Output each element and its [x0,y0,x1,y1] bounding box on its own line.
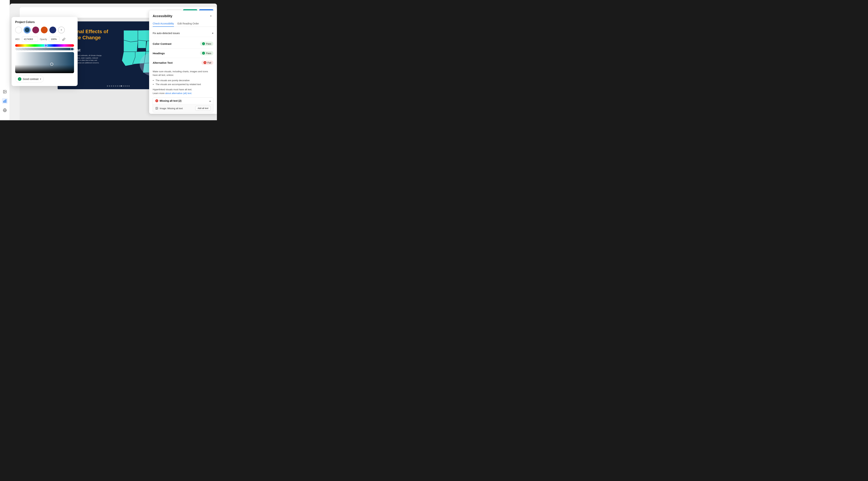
swatch-maroon[interactable] [32,27,39,33]
opacity-slider[interactable] [15,48,74,50]
sidebar-globe-icon[interactable] [2,108,8,113]
accessibility-panel: Accessibility × Check Accessibility Edit… [149,10,217,114]
missing-alt-left: ✕ Missing alt text (2) [155,99,181,102]
auto-detect-chevron-icon: ▾ [212,32,213,35]
svg-rect-2 [3,101,4,102]
color-picker-panel: Project Colors + HEX Opacity [11,17,78,86]
dot-11 [127,86,128,87]
dot-8 [121,86,122,87]
alt-text-badge: ✕ Fail [202,60,213,65]
headings-row: Headings ✓ Pass [153,49,213,58]
dot-2 [109,86,110,87]
color-contrast-badge: ✓ Pass [200,41,213,46]
slide-dots [107,86,130,87]
svg-rect-4 [6,99,6,102]
pass-dot-headings: ✓ [202,52,205,55]
dot-5 [115,86,116,87]
opacity-label: Opacity [40,38,47,40]
image-missing-icon [155,107,158,110]
dot-6 [117,86,118,87]
color-swatches: + [15,27,74,33]
opacity-track-overlay [15,48,74,50]
swatch-navy[interactable] [50,27,56,33]
missing-alt-header[interactable]: ✕ Missing alt text (2) ▴ [153,98,213,104]
opacity-input[interactable] [49,37,60,42]
headings-status: Pass [206,52,211,55]
add-alt-text-button[interactable]: Add alt text [195,106,211,111]
accessibility-header: Accessibility × [149,10,217,19]
missing-alt-section: ✕ Missing alt text (2) ▴ Image: Missing … [153,97,213,113]
dot-1 [107,86,108,87]
missing-alt-label: Missing alt text (2) [160,99,181,102]
alt-text-status: Fail [208,61,211,64]
spectrum-thumb [44,44,48,47]
svg-line-27 [63,40,63,40]
svg-point-29 [156,108,157,108]
learn-more-link[interactable]: about alternative (alt) text. [165,92,192,95]
missing-dot: ✕ [155,99,158,102]
alt-text-description: Make sure visuals, including charts, ima… [153,70,213,77]
alt-text-row: Alternative Text ✕ Fail [153,58,213,67]
swatch-dark-blue[interactable] [24,27,31,33]
pass-dot-color-contrast: ✓ [202,42,205,45]
tab-edit-reading-order[interactable]: Edit Reading Order [178,21,199,27]
hex-input[interactable] [22,37,38,42]
alt-text-bullet-2: The visuals are accompanied by related t… [156,83,213,86]
alt-text-hyperlink-note: Hyperlinked visuals must have alt text. [153,88,213,91]
alt-text-bullet-1: The visuals are purely decorative [156,79,213,83]
swatch-orange[interactable] [41,27,48,33]
missing-alt-chevron-icon: ▴ [210,99,211,102]
color-contrast-row: Color Contrast ✓ Pass [153,39,213,49]
dot-4 [113,86,114,87]
tab-check-accessibility[interactable]: Check Accessibility [153,21,174,27]
alt-text-details: Make sure visuals, including charts, ima… [153,67,213,113]
swatch-white[interactable] [15,27,22,33]
add-color-button[interactable]: + [58,27,65,33]
fail-dot-alt-text: ✕ [204,61,207,64]
contrast-check-icon: ✓ [18,77,22,81]
dot-7 [119,86,120,87]
auto-detect-row[interactable]: Fix auto-detected issues ▾ [153,30,213,37]
dot-9 [123,86,124,87]
opacity-slider-row [15,48,74,50]
spectrum-row [15,44,74,47]
hex-label: HEX [15,38,20,40]
headings-badge: ✓ Pass [200,51,213,55]
sidebar-image-icon[interactable] [2,89,8,95]
contrast-label: Good contrast [23,78,38,81]
accessibility-content: Fix auto-detected issues ▾ Color Contras… [149,30,217,114]
sidebar-chart-icon[interactable] [2,98,8,104]
color-contrast-status: Pass [206,42,211,45]
alt-text-learn-more: Learn more about alternative (alt) text. [153,92,213,95]
svg-marker-9 [124,40,138,52]
left-sidebar [0,0,10,120]
panel-title: Project Colors [15,21,74,24]
contrast-badge[interactable]: ✓ Good contrast ▾ [15,76,44,83]
contrast-chevron-icon: ▾ [40,78,41,80]
svg-rect-3 [4,100,5,102]
spectrum-slider[interactable] [15,44,74,47]
missing-alt-item-label: Image: Missing alt text [160,107,183,110]
color-contrast-label: Color Contrast [153,42,172,45]
dot-3 [111,86,112,87]
opacity-thumb [70,48,74,51]
alt-text-label: Alternative Text [153,61,173,64]
headings-label: Headings [153,52,165,55]
accessibility-title: Accessibility [153,14,172,18]
hex-opacity-row: HEX Opacity [15,37,74,42]
eyedropper-button[interactable] [61,37,66,42]
missing-alt-item-left: Image: Missing alt text [155,107,183,110]
accessibility-close-button[interactable]: × [208,13,213,19]
svg-point-1 [4,91,4,91]
accessibility-tabs: Check Accessibility Edit Reading Order [149,21,217,27]
auto-detect-label: Fix auto-detected issues [153,32,180,35]
dot-12 [129,86,130,87]
alt-text-bullets: The visuals are purely decorative The vi… [153,79,213,86]
missing-alt-item: Image: Missing alt text Add alt text [153,104,213,112]
dot-10 [125,86,126,87]
color-gradient-picker[interactable] [15,52,74,73]
svg-marker-8 [124,30,138,42]
gradient-picker-dot [50,63,53,66]
